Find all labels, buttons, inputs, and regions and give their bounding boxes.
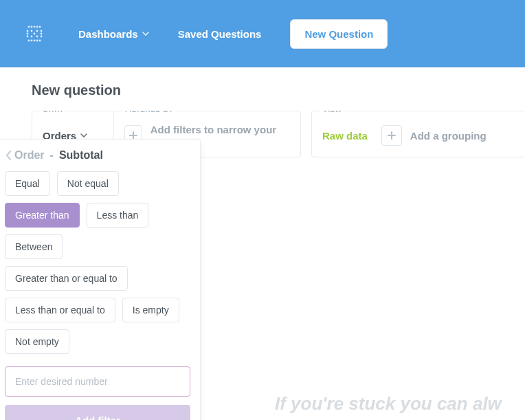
svg-point-17 xyxy=(31,40,33,42)
op-equal[interactable]: Equal xyxy=(5,171,50,196)
new-question-button[interactable]: New Question xyxy=(290,19,388,49)
svg-point-5 xyxy=(27,30,29,32)
nav-saved-questions-label: Saved Questions xyxy=(178,28,262,40)
operator-list: Equal Not equal Greater than Less than B… xyxy=(5,171,190,354)
svg-point-7 xyxy=(36,30,38,32)
crumb-field: Subtotal xyxy=(59,149,103,162)
svg-point-8 xyxy=(41,30,43,32)
svg-point-6 xyxy=(31,30,33,32)
svg-point-0 xyxy=(28,26,30,28)
svg-point-1 xyxy=(31,26,33,28)
app-logo xyxy=(25,24,44,43)
new-question-button-label: New Question xyxy=(304,28,373,40)
nav-dashboards[interactable]: Dashboards xyxy=(78,28,149,40)
svg-point-3 xyxy=(36,26,38,28)
op-between[interactable]: Between xyxy=(5,234,63,259)
page-title: New question xyxy=(32,82,525,98)
svg-point-19 xyxy=(36,40,38,42)
svg-point-9 xyxy=(27,33,29,35)
popover-breadcrumb: Order - Subtotal xyxy=(5,149,190,162)
chevron-down-icon xyxy=(142,30,149,37)
svg-point-15 xyxy=(41,36,43,38)
op-gte[interactable]: Greater than or equal to xyxy=(5,266,128,291)
svg-point-11 xyxy=(41,33,43,35)
filter-popover: Order - Subtotal Equal Not equal Greater… xyxy=(0,139,201,420)
section-data-label: DATA xyxy=(41,111,65,113)
svg-point-4 xyxy=(39,26,41,28)
crumb-separator: - xyxy=(50,149,54,162)
add-grouping-plus-button[interactable] xyxy=(381,125,402,146)
top-nav: Dashboards Saved Questions New Question xyxy=(0,0,525,67)
svg-point-13 xyxy=(31,36,33,38)
view-raw-data[interactable]: Raw data xyxy=(322,130,368,142)
svg-point-18 xyxy=(34,40,36,42)
svg-point-16 xyxy=(28,40,30,42)
svg-point-10 xyxy=(34,33,36,35)
add-filter-button-label: Add filter xyxy=(75,415,120,420)
op-is-empty[interactable]: Is empty xyxy=(122,298,179,322)
op-less-than[interactable]: Less than xyxy=(87,203,149,228)
svg-point-20 xyxy=(39,40,41,42)
svg-point-14 xyxy=(36,36,38,38)
chevron-down-icon xyxy=(80,132,87,139)
op-lte[interactable]: Less than or equal to xyxy=(5,298,115,322)
section-view: VIEW Raw data Add a grouping xyxy=(311,111,525,157)
grouping-placeholder: Add a grouping xyxy=(410,130,487,142)
svg-point-2 xyxy=(34,26,36,28)
crumb-parent[interactable]: Order xyxy=(14,149,45,162)
nav-saved-questions[interactable]: Saved Questions xyxy=(178,28,262,40)
page-body: New question DATA Orders FILTERED BY Add… xyxy=(0,67,525,157)
svg-point-12 xyxy=(27,36,29,38)
op-not-equal[interactable]: Not equal xyxy=(57,171,119,196)
op-greater-than[interactable]: Greater than xyxy=(5,203,80,228)
add-filter-button[interactable]: Add filter xyxy=(5,405,190,420)
nav-dashboards-label: Dashboards xyxy=(78,28,138,40)
popover-back-button[interactable] xyxy=(5,150,13,161)
section-filtered-label: FILTERED BY xyxy=(122,111,176,113)
stuck-hint-text: If you're stuck you can alw xyxy=(275,393,502,415)
filter-value-input[interactable] xyxy=(5,366,190,397)
op-not-empty[interactable]: Not empty xyxy=(5,329,69,354)
section-view-label: VIEW xyxy=(320,111,345,113)
